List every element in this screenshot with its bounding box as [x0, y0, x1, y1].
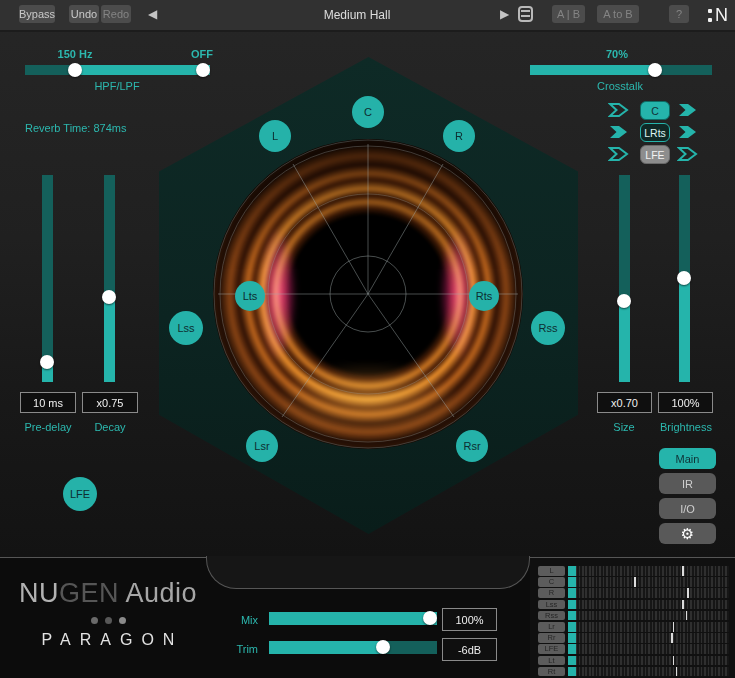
meter-level: [568, 622, 576, 632]
undo-button[interactable]: Undo: [69, 5, 99, 23]
bypass-button[interactable]: Bypass: [19, 5, 55, 23]
route-in-chevron-lrts[interactable]: [608, 124, 629, 140]
trim-value[interactable]: -6dB: [442, 638, 497, 661]
gear-icon: ⚙: [681, 526, 694, 541]
meter-row: L: [538, 566, 729, 576]
trim-handle[interactable]: [376, 640, 390, 654]
size-slider[interactable]: [619, 175, 630, 382]
nugen-logo-dots-icon: [708, 9, 712, 22]
preset-next-icon[interactable]: ▶: [500, 7, 509, 21]
brightness-label: Brightness: [652, 421, 720, 433]
meter-level: [568, 588, 576, 598]
meter-bar: [568, 656, 729, 666]
preset-previous-icon[interactable]: ◀: [148, 7, 157, 21]
route-button-lfe[interactable]: LFE: [640, 145, 670, 164]
tab-io[interactable]: I/O: [659, 498, 716, 519]
meter-bar: [568, 600, 729, 610]
meter-bar: [568, 611, 729, 621]
decay-slider[interactable]: [104, 175, 115, 382]
nugen-logo: N: [708, 4, 728, 26]
preset-name[interactable]: Medium Hall: [277, 8, 437, 22]
meter-peak-tick: [687, 588, 689, 598]
mix-slider[interactable]: [269, 612, 437, 625]
channel-node-lts[interactable]: Lts: [235, 281, 265, 311]
brand-dots-icon: [18, 617, 198, 624]
route-out-chevron-c[interactable]: [677, 102, 698, 118]
channel-node-rss[interactable]: Rss: [531, 311, 565, 345]
meter-row: LFE: [538, 644, 729, 654]
crosstalk-label: Crosstalk: [588, 80, 652, 92]
meter-peak-tick: [686, 611, 688, 621]
meter-level: [568, 577, 576, 587]
meter-bar: [568, 633, 729, 643]
meter-peak-tick: [634, 577, 636, 587]
tab-ir[interactable]: IR: [659, 473, 716, 494]
meter-row: Rss: [538, 611, 729, 621]
hpf-value: 150 Hz: [47, 48, 103, 60]
channel-node-r[interactable]: R: [443, 120, 475, 152]
lpf-handle[interactable]: [196, 63, 210, 77]
help-button[interactable]: ?: [669, 5, 689, 23]
meter-bar: [568, 622, 729, 632]
meter-level: [568, 667, 576, 677]
preset-list-icon[interactable]: [518, 6, 533, 22]
ab-toggle-button[interactable]: A | B: [552, 5, 585, 23]
hpf-lpf-slider[interactable]: [25, 65, 210, 75]
crosstalk-value: 70%: [597, 48, 637, 60]
channel-node-lss[interactable]: Lss: [169, 311, 203, 345]
meter-level: [568, 656, 576, 666]
top-toolbar: Bypass Undo Redo ◀ Medium Hall ▶ A | B A…: [0, 0, 735, 32]
hpf-handle[interactable]: [68, 63, 82, 77]
meter-channel-label: C: [538, 577, 565, 587]
hpf-lpf-label: HPF/LPF: [87, 80, 147, 92]
meter-list: LCRLssRssLrRrLFELtRt: [530, 558, 735, 678]
brand-name: NUGEN Audio: [18, 578, 198, 609]
meter-row: C: [538, 577, 729, 587]
channel-node-lsr[interactable]: Lsr: [246, 430, 278, 462]
meter-row: Rr: [538, 633, 729, 643]
tab-main[interactable]: Main: [659, 448, 716, 469]
route-in-chevron-lfe[interactable]: [608, 146, 629, 162]
brightness-handle[interactable]: [677, 271, 691, 285]
channel-node-rsr[interactable]: Rsr: [456, 430, 488, 462]
crosstalk-slider[interactable]: [530, 65, 712, 75]
trim-slider[interactable]: [269, 641, 437, 654]
channel-node-c[interactable]: C: [352, 96, 384, 128]
size-handle[interactable]: [617, 294, 631, 308]
route-button-c[interactable]: C: [640, 101, 670, 120]
meter-channel-label: LFE: [538, 644, 565, 654]
meter-level: [568, 644, 576, 654]
route-out-chevron-lfe[interactable]: [677, 146, 698, 162]
a-to-b-button[interactable]: A to B: [597, 5, 639, 23]
decay-value[interactable]: x0.75: [82, 392, 138, 413]
pre-delay-value[interactable]: 10 ms: [20, 392, 76, 413]
bottom-bar-notch: [206, 556, 530, 589]
meter-row: Lr: [538, 622, 729, 632]
crosstalk-handle[interactable]: [648, 63, 662, 77]
channel-node-rts[interactable]: Rts: [469, 281, 499, 311]
meter-bar: [568, 588, 729, 598]
meter-peak-tick: [682, 600, 684, 610]
decay-handle[interactable]: [102, 290, 116, 304]
pre-delay-label: Pre-delay: [18, 421, 78, 433]
settings-button[interactable]: ⚙: [659, 523, 716, 544]
meter-peak-tick: [673, 622, 675, 632]
meter-peak-tick: [676, 667, 678, 677]
meter-channel-label: R: [538, 588, 565, 598]
product-name: PARAGON: [18, 631, 198, 649]
redo-button[interactable]: Redo: [101, 5, 131, 23]
brightness-value[interactable]: 100%: [658, 392, 713, 413]
route-in-chevron-c[interactable]: [608, 102, 629, 118]
meter-channel-label: Rss: [538, 611, 565, 621]
pre-delay-slider[interactable]: [42, 175, 53, 382]
route-out-chevron-lrts[interactable]: [677, 124, 698, 140]
mix-value[interactable]: 100%: [442, 608, 497, 631]
mix-handle[interactable]: [423, 611, 437, 625]
pre-delay-handle[interactable]: [40, 355, 54, 369]
size-value[interactable]: x0.70: [597, 392, 652, 413]
paragon-plugin-window: Bypass Undo Redo ◀ Medium Hall ▶ A | B A…: [0, 0, 735, 678]
channel-node-l[interactable]: L: [259, 120, 291, 152]
route-button-lrts[interactable]: LRts: [640, 123, 670, 142]
channel-node-lfe[interactable]: LFE: [63, 477, 97, 511]
meter-row: Lss: [538, 600, 729, 610]
